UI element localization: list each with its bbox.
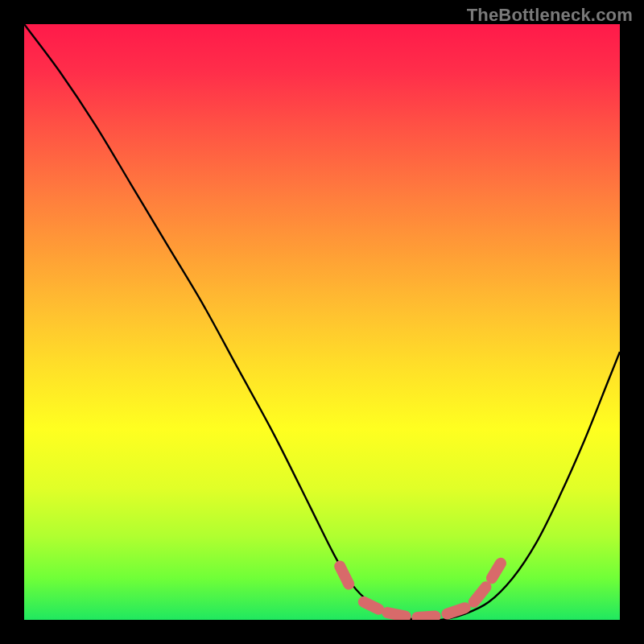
highlight-dash [492,564,501,579]
plot-area [24,24,620,620]
highlight-dash [387,613,405,617]
highlight-dash [364,602,379,609]
highlight-dash [340,566,349,584]
chart-stage: TheBottleneck.com [0,0,644,644]
highlight-dash [417,617,435,617]
watermark-text: TheBottleneck.com [467,5,633,26]
highlight-dash [474,587,486,602]
highlight-dash [447,608,464,613]
bottleneck-curve [24,24,620,620]
plot-svg [24,24,620,620]
